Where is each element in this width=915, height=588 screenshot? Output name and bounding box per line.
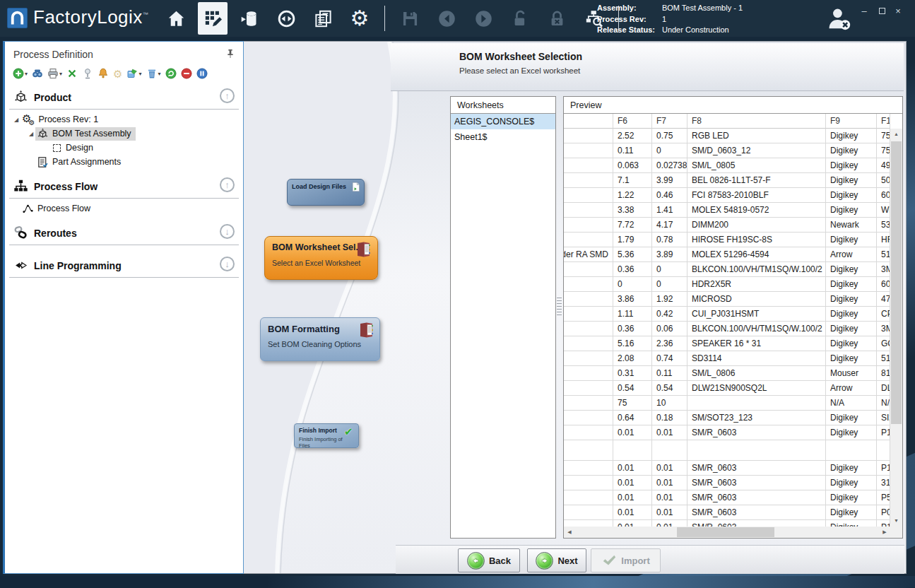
- table-row[interactable]: 0.010.01SM/R_0603DigikeyP0.: [564, 505, 890, 520]
- cell: 3M: [877, 262, 890, 277]
- section-process-flow[interactable]: Process Flow↑: [5, 173, 243, 198]
- scroll-down-icon[interactable]: ▼: [890, 515, 902, 527]
- navigate-forward-button[interactable]: [468, 2, 498, 35]
- table-row[interactable]: 0.010.01SM/R_0603DigikeyP51: [564, 490, 890, 505]
- tree-item[interactable]: Process Flow: [5, 201, 243, 216]
- table-row[interactable]: 0.010.01SM/R_0603Digikey311: [564, 476, 890, 490]
- cell: 0: [652, 277, 687, 292]
- transfer-button[interactable]: [271, 2, 301, 35]
- minimize-button[interactable]: –: [857, 4, 871, 18]
- tree-item[interactable]: Part Assignments: [5, 155, 243, 169]
- table-row[interactable]: 0.360BLKCON.100/VH/TM1SQ/W.100/2Digikey3…: [564, 262, 890, 277]
- column-header[interactable]: F9: [826, 114, 877, 129]
- section-expand-icon[interactable]: ↓: [220, 257, 235, 271]
- table-row[interactable]: 7510N/AN/A: [564, 396, 890, 411]
- bell-button[interactable]: [97, 67, 110, 80]
- section-reroutes[interactable]: Reroutes↓: [5, 220, 243, 245]
- import-button[interactable]: Import: [591, 548, 661, 572]
- refresh-button[interactable]: [165, 67, 177, 80]
- table-row[interactable]: [564, 440, 890, 461]
- column-header[interactable]: F7: [652, 114, 687, 129]
- table-row[interactable]: 0.010.01SM/R_0603DigikeyP15: [564, 461, 890, 476]
- expander-icon[interactable]: ◢: [27, 131, 35, 137]
- table-row[interactable]: 7.13.99BEL 0826-1L1T-57-FDigikey507: [564, 173, 890, 188]
- find-icon: [32, 68, 43, 79]
- settings-button[interactable]: ⚙: [345, 2, 374, 35]
- close-x-button[interactable]: [66, 67, 78, 80]
- table-row[interactable]: 0.110SM/D_0603_12Digikey754: [564, 143, 890, 158]
- table-row[interactable]: 1.790.78HIROSE FH19SC-8SDigikeyHF: [564, 233, 890, 247]
- data-import-button[interactable]: [235, 2, 264, 35]
- table-row[interactable]: older RA SMD5.363.89MOLEX 51296-4594Arro…: [564, 247, 890, 262]
- splitter-handle[interactable]: [557, 298, 562, 317]
- gear-button[interactable]: ⚙: [112, 68, 123, 80]
- pause-button[interactable]: [196, 67, 208, 80]
- pin-icon[interactable]: [225, 48, 236, 59]
- process-definition-button[interactable]: [198, 2, 228, 35]
- worksheet-item[interactable]: Sheet1$: [451, 129, 555, 145]
- step-load-design-files[interactable]: Load Design Files: [287, 179, 365, 206]
- column-header[interactable]: [564, 114, 613, 129]
- horizontal-scroll-thumb[interactable]: [677, 527, 774, 537]
- table-row[interactable]: 7.724.17DIMM200Newark53B: [564, 218, 890, 233]
- worksheet-item[interactable]: AEGIS_CONSOLE$: [451, 114, 555, 129]
- table-row[interactable]: 0.640.18SM/SOT23_123DigikeySI2: [564, 411, 890, 425]
- table-row[interactable]: 0.0630.02738SM/L_0805Digikey490: [564, 158, 890, 173]
- scroll-left-icon[interactable]: ◀: [564, 527, 575, 538]
- table-row[interactable]: 0.310.11SM/L_0806Mouser81-: [564, 366, 890, 381]
- table-row[interactable]: 2.080.74SD3114Digikey513: [564, 351, 890, 366]
- table-row[interactable]: 0.010.01SM/R_0603DigikeyP10: [564, 425, 890, 440]
- table-row[interactable]: 1.110.42CUI_PJ031HSMTDigikeyCP: [564, 307, 890, 322]
- remove-button[interactable]: [180, 67, 193, 80]
- section-collapse-icon[interactable]: ↑: [220, 88, 235, 103]
- delete-button[interactable]: ▾: [146, 67, 162, 80]
- table-row[interactable]: 2.520.75RGB LEDDigikey754: [564, 129, 890, 143]
- step-bom-worksheet-selection[interactable]: BOM Worksheet Sel... Select an Excel Wor…: [264, 236, 378, 280]
- table-row[interactable]: 0.010.01SM/R_0603DigikeyP10: [564, 520, 890, 527]
- cell: 754: [877, 129, 890, 143]
- column-header[interactable]: F6: [613, 114, 652, 129]
- print-button[interactable]: ▾: [47, 67, 63, 80]
- table-row[interactable]: 5.162.36SPEAKER 16 * 31DigikeyGC: [564, 336, 890, 351]
- tree-item[interactable]: ◢⚙⚙Process Rev: 1: [5, 112, 243, 127]
- step-bom-formatting[interactable]: BOM Formatting Set BOM Cleaning Options: [260, 317, 380, 361]
- table-row[interactable]: 3.861.92MICROSDDigikey478: [564, 292, 890, 307]
- horizontal-scrollbar[interactable]: ◀ ▶: [564, 527, 890, 538]
- close-button[interactable]: ×: [891, 4, 905, 18]
- documents-button[interactable]: [308, 2, 338, 35]
- step-finish-import[interactable]: Finish Import ✔ Finish Importing of File…: [294, 423, 359, 448]
- unlock-button[interactable]: [505, 2, 535, 35]
- cell: 3M: [877, 322, 890, 336]
- expander-icon[interactable]: ◢: [12, 117, 20, 123]
- table-row[interactable]: 00HDR2X5RDigikey609: [564, 277, 890, 292]
- section-line-programming[interactable]: Line Programming↓: [5, 252, 243, 277]
- announce-button[interactable]: [81, 67, 94, 80]
- navigate-back-button[interactable]: [432, 2, 461, 35]
- export-button[interactable]: ▾: [126, 67, 142, 80]
- vertical-scrollbar[interactable]: ▲ ▼: [890, 129, 902, 527]
- section-product[interactable]: Product↑: [5, 84, 243, 109]
- back-button[interactable]: Back: [458, 548, 520, 572]
- section-expand-icon[interactable]: ↓: [220, 224, 235, 239]
- maximize-button[interactable]: [875, 4, 889, 18]
- table-row[interactable]: 3.381.41MOLEX 54819-0572DigikeyWM: [564, 203, 890, 218]
- save-button[interactable]: [395, 2, 425, 35]
- home-button[interactable]: [161, 2, 191, 35]
- table-row[interactable]: 0.360.06BLKCON.100/VH/TM1SQ/W.100/2Digik…: [564, 322, 890, 336]
- scroll-up-icon[interactable]: ▲: [890, 129, 902, 140]
- user-logoff-button[interactable]: [825, 5, 852, 32]
- cell: BLKCON.100/VH/TM1SQ/W.100/2: [687, 322, 826, 336]
- column-header[interactable]: F10: [877, 114, 890, 129]
- section-collapse-icon[interactable]: ↑: [220, 177, 235, 192]
- table-row[interactable]: 0.540.54DLW21SN900SQ2LArrowDLW: [564, 381, 890, 396]
- scroll-right-icon[interactable]: ▶: [879, 527, 890, 538]
- table-row[interactable]: 1.220.46FCI 87583-2010BLFDigikey609: [564, 188, 890, 203]
- vertical-scroll-thumb[interactable]: [891, 141, 902, 424]
- find-button[interactable]: [31, 67, 44, 80]
- add-button[interactable]: ▾: [12, 67, 28, 80]
- tree-item[interactable]: Design: [5, 141, 243, 155]
- column-header[interactable]: F8: [687, 114, 826, 129]
- lock-cancel-button[interactable]: [542, 2, 572, 35]
- tree-item[interactable]: ◢BOM Test Assembly: [5, 127, 243, 141]
- next-button[interactable]: Next: [527, 548, 586, 572]
